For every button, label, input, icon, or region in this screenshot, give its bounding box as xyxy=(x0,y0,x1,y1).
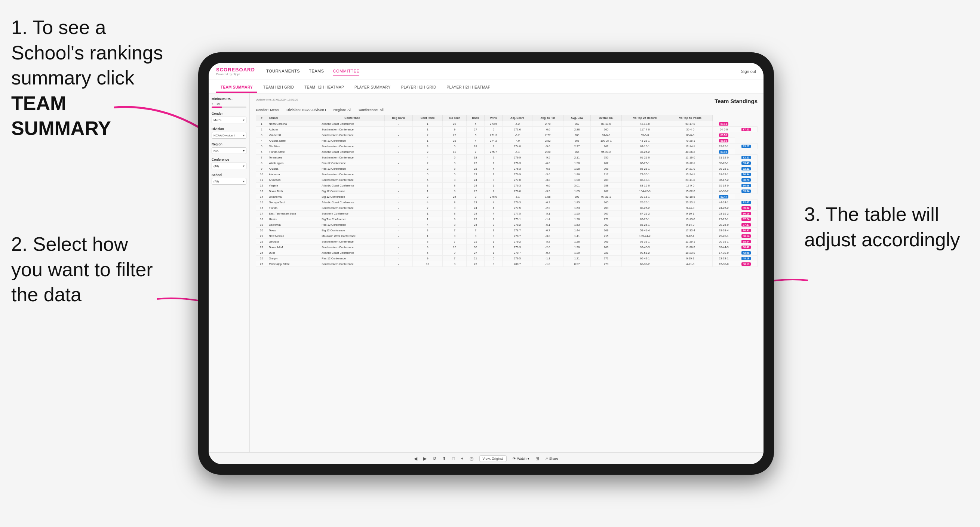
cell-12-11: 267 xyxy=(590,188,621,194)
cell-18-7: 2 xyxy=(485,222,503,228)
cell-22-8: 279.3 xyxy=(503,244,533,250)
cell-21-3: - xyxy=(384,239,412,244)
cell-1-3: - xyxy=(384,127,412,132)
conference-filter-display: Conference: All xyxy=(359,108,383,112)
cell-13-11: 97-21-1 xyxy=(590,194,621,200)
forward-icon[interactable]: ▶ xyxy=(423,456,426,461)
reload-icon[interactable]: ↺ xyxy=(433,456,436,461)
division-select[interactable]: NCAA Division I ▾ xyxy=(212,132,247,139)
cell-5-1: Florida State xyxy=(267,149,320,155)
cell-10-7: 3 xyxy=(485,177,503,183)
cell-4-2: Southeastern Conference xyxy=(320,143,384,149)
cell-9-15: 80.94 xyxy=(735,171,757,177)
cell-24-2: Pac-12 Conference xyxy=(320,256,384,261)
tab-player-summary[interactable]: PLAYER SUMMARY xyxy=(350,83,395,93)
cell-8-10: 1.98 xyxy=(563,166,591,171)
region-select[interactable]: N/A ▾ xyxy=(212,147,247,154)
cell-7-11: 262 xyxy=(590,160,621,166)
gender-select[interactable]: Men's ▾ xyxy=(212,117,247,123)
cell-4-7: 1 xyxy=(485,143,503,149)
cell-11-2: Atlantic Coast Conference xyxy=(320,183,384,188)
nav-link-teams[interactable]: TEAMS xyxy=(309,67,324,76)
cell-15-9: -2.9 xyxy=(532,205,563,211)
cell-1-7: 6 xyxy=(485,127,503,132)
cell-17-3: - xyxy=(384,216,412,222)
sign-out-button[interactable]: Sign out xyxy=(741,69,756,74)
cell-16-9: -5.1 xyxy=(532,211,563,216)
cell-0-9: 2.70 xyxy=(532,121,563,127)
cell-13-9: 1.85 xyxy=(532,194,563,200)
cell-10-0: 11 xyxy=(256,177,267,183)
col-no-tour: No Tour xyxy=(443,115,467,121)
region-label: Region xyxy=(212,143,247,146)
tab-team-h2h-grid[interactable]: TEAM H2H GRID xyxy=(259,83,298,93)
bookmark-icon[interactable]: □ xyxy=(452,456,455,461)
cell-15-7: 4 xyxy=(485,205,503,211)
cell-20-13: 9-12-1 xyxy=(668,233,713,239)
share-icon[interactable]: ⬆ xyxy=(442,456,446,461)
cell-7-14: 39-20-1 xyxy=(713,160,735,166)
cell-25-13: 4-21-0 xyxy=(668,261,713,267)
cell-2-12: 69-6-0 xyxy=(622,132,668,138)
cell-20-12: 109-24-2 xyxy=(622,233,668,239)
cell-9-1: Alabama xyxy=(267,171,320,177)
nav-link-committee[interactable]: COMMITTEE xyxy=(333,67,360,76)
cell-3-7: 274.2 xyxy=(485,138,503,143)
cell-20-7: 0 xyxy=(485,233,503,239)
cell-4-1: Ole Miss xyxy=(267,143,320,149)
table-row: 18IllinoisBig Ten Conference-19231279.1-… xyxy=(256,216,757,222)
instruction-2: 2. Select how you want to filter the dat… xyxy=(11,232,161,308)
cell-6-4: 4 xyxy=(412,155,442,160)
watch-button[interactable]: 👁 Watch ▾ xyxy=(512,457,530,460)
cell-11-6: 24 xyxy=(467,183,485,188)
tab-player-h2h-heatmap[interactable]: PLAYER H2H HEATMAP xyxy=(442,83,495,93)
cell-12-13: 15-32-2 xyxy=(668,188,713,194)
division-section: Division NCAA Division I ▾ xyxy=(212,127,247,139)
cell-6-14: 31-19-0 xyxy=(713,155,735,160)
nav-link-tournaments[interactable]: TOURNAMENTS xyxy=(266,67,300,76)
view-original-button[interactable]: View: Original xyxy=(479,455,507,462)
add-icon[interactable]: + xyxy=(461,456,464,461)
cell-5-12: 33-25-2 xyxy=(622,149,668,155)
cell-19-1: Texas xyxy=(267,228,320,233)
cell-16-0: 17 xyxy=(256,211,267,216)
cell-9-11: 217 xyxy=(590,171,621,177)
cell-25-1: Mississippi State xyxy=(267,261,320,267)
cell-14-12: 76-26-1 xyxy=(622,200,668,205)
cell-14-8: 276.3 xyxy=(503,200,533,205)
cell-5-3: - xyxy=(384,149,412,155)
cell-1-2: Southeastern Conference xyxy=(320,127,384,132)
cell-4-4: 3 xyxy=(412,143,442,149)
table-row: 8WashingtonPac-12 Conference-28231276.3-… xyxy=(256,160,757,166)
cell-11-10: 3.01 xyxy=(563,183,591,188)
cell-0-13: 63-17-0 xyxy=(668,121,713,127)
cell-8-6: 23 xyxy=(467,166,485,171)
back-icon[interactable]: ◀ xyxy=(414,456,417,461)
cell-17-11: 271 xyxy=(590,216,621,222)
gender-filter-display: Gender: Men's xyxy=(256,108,279,112)
cell-22-12: 92-40-3 xyxy=(622,244,668,250)
tab-player-h2h-grid[interactable]: PLAYER H2H GRID xyxy=(397,83,441,93)
conference-select[interactable]: (All) ▾ xyxy=(212,163,247,169)
cell-0-6: 4 xyxy=(467,121,485,127)
tab-team-summary[interactable]: TEAM SUMMARY xyxy=(216,83,257,93)
cell-17-6: 23 xyxy=(467,216,485,222)
range-bar[interactable] xyxy=(212,106,247,108)
cell-5-6: 7 xyxy=(467,149,485,155)
share-button[interactable]: ↗ Share xyxy=(545,457,558,460)
cell-14-2: Atlantic Coast Conference xyxy=(320,200,384,205)
cell-17-7: 1 xyxy=(485,216,503,222)
content-area[interactable]: Update time: 27/03/2024 16:56:26 Team St… xyxy=(250,94,764,452)
cell-4-15: 83.27 xyxy=(735,143,757,149)
cell-5-10: 264 xyxy=(563,149,591,155)
chevron-down-icon-4: ▾ xyxy=(243,165,245,168)
clock-icon[interactable]: ◷ xyxy=(469,456,473,461)
cell-22-0: 23 xyxy=(256,244,267,250)
tab-team-h2h-heatmap[interactable]: TEAM H2H HEATMAP xyxy=(300,83,348,93)
cell-20-1: New Mexico xyxy=(267,233,320,239)
grid-icon[interactable]: ⊞ xyxy=(535,456,539,461)
cell-12-0: 13 xyxy=(256,188,267,194)
cell-21-13: 11-29-1 xyxy=(668,239,713,244)
cell-10-4: 6 xyxy=(412,177,442,183)
school-select[interactable]: (All) ▾ xyxy=(212,178,247,185)
